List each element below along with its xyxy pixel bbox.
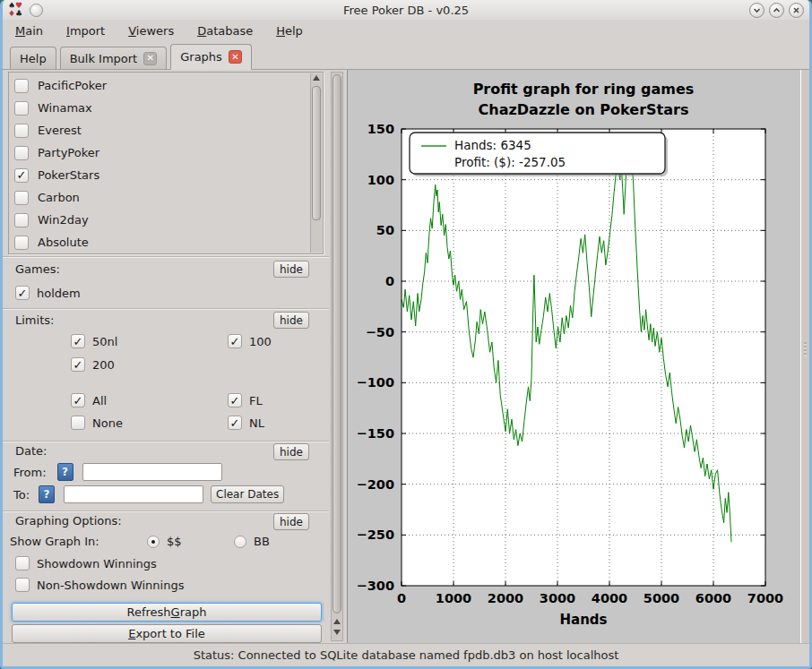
sidebar-scrollbar[interactable]	[331, 72, 343, 641]
status-text: Status: Connected to SQLite database nam…	[194, 648, 619, 662]
close-button[interactable]	[789, 3, 804, 18]
from-calendar-picker-button[interactable]: ?	[57, 463, 73, 481]
menu-help[interactable]: Help	[276, 24, 303, 38]
date-from-row: From: ?	[13, 463, 222, 481]
to-label: To:	[13, 488, 30, 502]
limit-checkbox[interactable]: ✓	[71, 334, 85, 348]
to-calendar-picker-button[interactable]: ?	[39, 485, 55, 503]
limit-label: 100	[249, 335, 272, 348]
scrollbar-thumb[interactable]	[333, 74, 341, 613]
tab-bulk-import[interactable]: Bulk Import✕	[60, 47, 168, 69]
menu-viewers[interactable]: Viewers	[128, 24, 174, 38]
to-date-input[interactable]	[64, 485, 203, 503]
svg-text:−150: −150	[357, 426, 394, 441]
limit-checkbox[interactable]: ✓	[228, 393, 242, 407]
limit-checkbox[interactable]: ✓	[71, 393, 85, 407]
graphing-hide-button[interactable]: hide	[273, 513, 309, 530]
limit-label: 50nl	[92, 335, 117, 348]
site-row: Winamax	[9, 97, 323, 119]
svg-text:6000: 6000	[695, 591, 731, 605]
tab-close-icon[interactable]: ✕	[143, 52, 157, 65]
maximize-button[interactable]	[769, 3, 784, 18]
scroll-up-icon[interactable]	[313, 75, 320, 81]
scroll-down-icon[interactable]	[333, 630, 341, 635]
bb-radio[interactable]	[234, 536, 246, 548]
site-label: Absolute	[38, 236, 89, 249]
window-title: Free Poker DB - v0.25	[3, 4, 809, 17]
limit-label: None	[92, 416, 123, 430]
site-checkbox[interactable]	[14, 191, 29, 205]
svg-text:7000: 7000	[747, 591, 783, 605]
profit-graph: 01000200030004000500060007000150100500−5…	[348, 70, 801, 643]
limit-row: None	[71, 416, 123, 430]
game-checkbox[interactable]: ✓	[15, 286, 30, 300]
svg-text:3000: 3000	[540, 591, 575, 605]
limit-checkbox[interactable]	[71, 416, 85, 430]
svg-text:−200: −200	[357, 477, 394, 492]
site-checkbox[interactable]	[14, 124, 29, 138]
profit-graph-pane: 01000200030004000500060007000150100500−5…	[347, 70, 800, 643]
graphing-options-title: Graphing Options:	[15, 514, 122, 527]
limits-hide-button[interactable]: hide	[273, 312, 309, 329]
window-menu-button[interactable]	[30, 4, 43, 17]
limit-checkbox[interactable]: ✓	[228, 416, 242, 430]
clear-dates-button[interactable]: Clear Dates	[211, 485, 284, 503]
showdown-row: Showdown Winnings	[15, 556, 157, 570]
limit-row: ✓All	[71, 393, 107, 407]
tab-label: Graphs	[180, 50, 222, 64]
svg-text:2000: 2000	[488, 591, 523, 605]
from-label: From:	[13, 466, 47, 479]
tabbar: Help Bulk Import✕ Graphs✕	[3, 41, 809, 70]
games-hide-button[interactable]: hide	[273, 261, 309, 278]
tab-label: Bulk Import	[70, 52, 138, 65]
menu-main[interactable]: Main	[15, 24, 43, 38]
menu-database[interactable]: Database	[197, 24, 253, 38]
sites-scrollbar[interactable]	[310, 73, 322, 253]
limit-checkbox[interactable]: ✓	[228, 334, 242, 348]
site-checkbox[interactable]	[14, 236, 29, 250]
limit-label: 200	[92, 358, 115, 372]
site-checkbox[interactable]	[14, 101, 29, 116]
export-to-file-button[interactable]: Export to File	[12, 624, 322, 643]
site-row: Everest	[9, 119, 323, 142]
menu-import[interactable]: Import	[66, 24, 105, 38]
svg-text:1000: 1000	[436, 591, 471, 605]
date-to-row: To: ? Clear Dates	[13, 485, 284, 503]
svg-text:−100: −100	[357, 375, 394, 390]
scrollbar-thumb[interactable]	[312, 86, 321, 220]
tab-graphs[interactable]: Graphs✕	[170, 44, 252, 70]
limits-section: Limits: hide ✓50nl ✓100 ✓200 ✓All ✓FL No…	[3, 308, 329, 441]
site-checkbox[interactable]: ✓	[14, 168, 29, 183]
game-row: ✓holdem	[15, 286, 81, 300]
titlebar: ♠♥♦♣ Free Poker DB - v0.25	[3, 0, 809, 20]
from-date-input[interactable]	[82, 463, 222, 481]
minimize-button[interactable]	[749, 3, 764, 18]
site-label: PokerStars	[38, 168, 99, 182]
svg-text:−300: −300	[357, 579, 394, 593]
limits-title: Limits:	[15, 313, 54, 327]
site-row: ✓PokerStars	[9, 164, 323, 186]
site-checkbox[interactable]	[14, 146, 29, 160]
non-showdown-checkbox[interactable]	[15, 578, 30, 592]
tab-close-icon[interactable]: ✕	[229, 50, 242, 64]
dollars-radio[interactable]	[147, 536, 160, 548]
date-hide-button[interactable]: hide	[273, 443, 309, 460]
limit-label: All	[92, 394, 107, 407]
unit-bb-option: BB	[234, 535, 270, 548]
limit-checkbox[interactable]: ✓	[71, 357, 85, 372]
showdown-checkbox[interactable]	[15, 556, 30, 570]
site-label: PartyPoker	[38, 146, 99, 159]
refresh-graph-button[interactable]: Refresh Graph	[12, 603, 322, 622]
limit-row: ✓200	[71, 357, 115, 372]
site-row: Win2day	[9, 209, 323, 231]
tab-help[interactable]: Help	[10, 47, 56, 69]
scroll-up-icon[interactable]	[333, 619, 341, 624]
non-showdown-label: Non-Showdown Winnings	[37, 579, 184, 592]
pane-resize-handle[interactable]	[800, 70, 809, 643]
site-label: Winamax	[38, 101, 92, 115]
site-checkbox[interactable]	[14, 213, 29, 227]
sites-list: PacificPoker Winamax Everest PartyPoker …	[8, 72, 324, 254]
svg-text:−250: −250	[357, 527, 394, 542]
site-checkbox[interactable]	[14, 79, 29, 93]
site-row: Absolute	[9, 231, 323, 253]
